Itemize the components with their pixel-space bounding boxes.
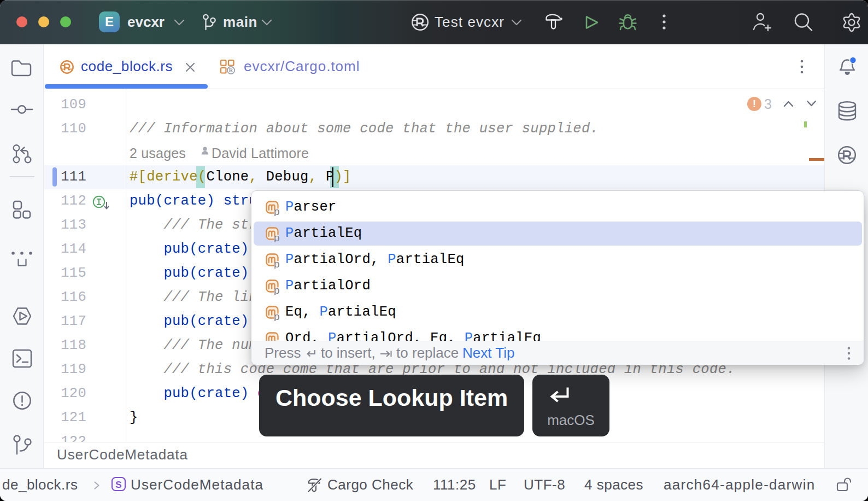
svg-text:R: R <box>229 67 234 73</box>
svg-text:S: S <box>115 480 121 490</box>
